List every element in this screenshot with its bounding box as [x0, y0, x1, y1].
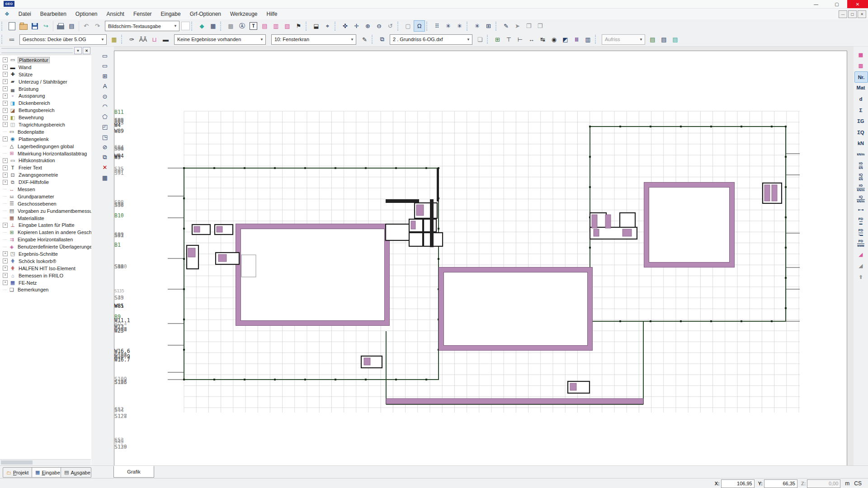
expand-icon[interactable]: + [3, 86, 8, 91]
tree-item-plattenkontur[interactable]: +▭Plattenkontur [1, 56, 91, 64]
table-green-icon[interactable]: ▤ [647, 34, 658, 45]
expand-icon[interactable]: + [3, 165, 8, 170]
tree-item-wand[interactable]: +▬Wand [1, 64, 91, 71]
show-numbers-toggle[interactable]: Nr. [854, 71, 868, 83]
fit-view-icon[interactable]: ✜ [340, 20, 351, 32]
expand-icon[interactable]: + [3, 57, 8, 62]
toolbar-grip[interactable] [487, 35, 490, 44]
grid-plus-icon[interactable]: ⊞ [483, 20, 494, 32]
results-combo[interactable]: Keine Ergebnisse vorhanden ▼ [174, 34, 266, 45]
arc-tool[interactable]: ◠ [99, 102, 110, 112]
expand-icon[interactable]: + [3, 266, 8, 271]
toolbar-grip[interactable] [1, 35, 5, 44]
expand-icon[interactable]: + [3, 251, 8, 256]
snap-edit-icon[interactable]: ✎ [500, 20, 512, 32]
level-marks-icon[interactable]: ĀĀ [137, 34, 149, 45]
dimension-arrows-toggle[interactable]: ⇤⇥ [854, 205, 867, 215]
tab-grafik[interactable]: Grafik [113, 466, 154, 478]
wall-plus-icon[interactable]: ⊞ [492, 34, 503, 45]
corner-a-tool[interactable]: ◰ [99, 122, 110, 132]
zoom-window-icon[interactable]: ⌖ [322, 20, 333, 32]
grid-color-icon[interactable]: ▦ [108, 34, 120, 45]
export-icon[interactable]: ↪ [40, 20, 52, 32]
circle-center-tool[interactable]: ⊙ [99, 91, 110, 101]
wall-add-icon[interactable]: ▥ [270, 20, 282, 32]
columns-icon[interactable]: ▥ [582, 34, 594, 45]
frame-2-icon[interactable]: ❐ [534, 20, 546, 32]
redo-icon[interactable]: ↷ [92, 20, 103, 32]
expand-icon[interactable]: + [3, 158, 8, 163]
dim-chain-icon[interactable]: ↹ [537, 34, 548, 45]
expand-icon[interactable]: + [3, 101, 8, 106]
toolbar-grip[interactable] [306, 22, 309, 31]
snap-point-icon[interactable]: ✳ [443, 20, 454, 32]
expand-icon[interactable]: + [3, 108, 8, 113]
snap-end-icon[interactable]: ✳ [472, 20, 483, 32]
tree-item-bemessen-in-frilo[interactable]: +⌂Bemessen in FRILO [1, 272, 91, 279]
level-up-icon[interactable]: ⬆ [854, 272, 867, 282]
show-kn-toggle[interactable]: kN [854, 138, 867, 149]
support-tool[interactable]: A [99, 81, 110, 91]
tab-ausgabe[interactable]: ▤Ausgabe [61, 467, 91, 478]
print-icon[interactable] [55, 20, 66, 32]
delete-tool[interactable]: ✕ [99, 163, 110, 173]
tree-item-halfen-hit-iso-element[interactable]: +⋕HALFEN HIT Iso-Element [1, 265, 91, 272]
toolbar-grip[interactable] [495, 22, 499, 31]
table-blue-icon[interactable]: ▤ [658, 34, 670, 45]
tree-item-bewehrung[interactable]: +◧Bewehrung [1, 114, 91, 121]
crystal-3d-icon[interactable]: ◆ [196, 20, 208, 32]
pan-icon[interactable]: ✛ [351, 20, 362, 32]
toolbar-grip[interactable] [467, 22, 470, 31]
minimize-button[interactable]: — [806, 0, 826, 8]
tree-item-br-stung[interactable]: +▄Brüstung [1, 85, 91, 93]
load-small-icon[interactable]: ▥ [854, 61, 867, 71]
zoom-in-icon[interactable]: ⊕ [362, 20, 373, 32]
sweep-gray-icon[interactable]: ◢ [854, 260, 867, 271]
expand-icon[interactable]: + [3, 72, 8, 77]
expand-icon[interactable]: + [3, 79, 8, 84]
close-button[interactable]: ✕ [847, 0, 868, 8]
loadcase-combo[interactable]: 10: Fensterkran ▼ [271, 34, 356, 45]
panel-close-button[interactable]: ✕ [83, 47, 90, 54]
menu-bearbeiten[interactable]: Bearbeiten [36, 9, 71, 19]
new-file-icon[interactable] [6, 20, 18, 32]
tree-item-bodenplatte[interactable]: ▭Bodenplatte [1, 128, 91, 136]
zoom-out-icon[interactable]: ⊖ [373, 20, 385, 32]
table-teal-icon[interactable]: ▤ [670, 34, 681, 45]
expand-icon[interactable]: + [3, 258, 8, 263]
dxf-combo[interactable]: 2 . Grundriss 6-OG.dxf ▼ [390, 34, 472, 45]
snap-mid-icon[interactable]: ✳ [454, 20, 465, 32]
toolbar-grip[interactable] [335, 22, 338, 31]
mesh-tool[interactable]: ▦ [99, 173, 110, 183]
undo-icon[interactable]: ↶ [80, 20, 92, 32]
page-preview-icon[interactable]: ▤ [66, 20, 77, 32]
tree-item-kopieren-lasten-in-andere-geschosse[interactable]: ⊞Kopieren Lasten in andere Geschosse [1, 229, 91, 236]
toolbar-grip[interactable] [1, 22, 5, 31]
mdi-minimize-button[interactable]: — [839, 10, 847, 18]
toolbar-grip[interactable] [397, 22, 401, 31]
panel-grip[interactable] [1, 48, 73, 53]
fd-point-toggle[interactable]: FD▪▬ [854, 227, 867, 238]
tree-item-ergebnis-schnitte[interactable]: +◳Ergebnis-Schnitte [1, 250, 91, 258]
mdi-close-button[interactable]: ✕ [858, 10, 866, 18]
ortho-snap-icon[interactable]: Ω [414, 20, 425, 32]
stretch-icon[interactable]: ↔ [526, 34, 537, 45]
show-sum-g-toggle[interactable]: ΣG [854, 116, 867, 127]
tree-item-dickenbereich[interactable]: +◨Dickenbereich [1, 99, 91, 107]
grid-dots-icon[interactable]: ⠿ [431, 20, 443, 32]
expand-icon[interactable]: + [3, 94, 8, 99]
tree-hscrollbar[interactable] [0, 459, 91, 465]
tree-item-eingabe-horizontallasten[interactable]: ⇉Eingabe Horizontallasten [1, 236, 91, 243]
select-frame-icon[interactable]: ▢ [402, 20, 414, 32]
toolbar-grip[interactable] [191, 22, 194, 31]
exclude-tool[interactable]: ⊘ [99, 142, 110, 152]
show-iq-kn-toggle[interactable]: iQkN [854, 172, 867, 182]
expand-icon[interactable]: + [3, 223, 8, 228]
expand-icon[interactable]: + [3, 122, 8, 127]
storey-list-icon[interactable]: ≔ [6, 34, 18, 45]
menu-ansicht[interactable]: Ansicht [102, 9, 129, 19]
maximize-button[interactable]: ▢ [826, 0, 847, 8]
expand-icon[interactable]: + [3, 173, 8, 178]
checker-icon[interactable]: ▩ [225, 20, 236, 32]
tree-item-plattengelenk[interactable]: +◉Plattengelenk [1, 136, 91, 143]
